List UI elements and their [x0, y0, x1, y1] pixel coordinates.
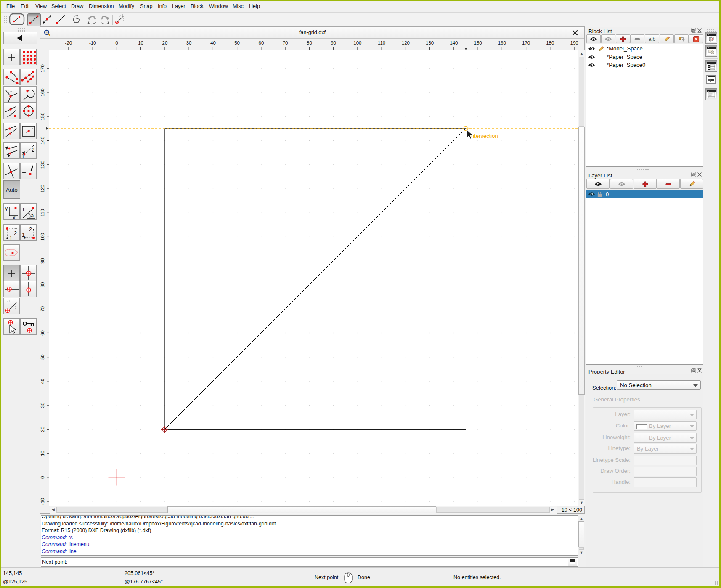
- svg-text:0: 0: [115, 40, 118, 45]
- svg-text:2: 2: [14, 230, 17, 236]
- svg-text:40: 40: [210, 40, 216, 45]
- svg-text:110: 110: [378, 40, 385, 45]
- svg-text:170: 170: [40, 64, 45, 72]
- svg-text:70: 70: [40, 306, 45, 312]
- svg-text:180: 180: [546, 40, 554, 45]
- svg-text:80: 80: [307, 40, 312, 45]
- svg-text:50: 50: [40, 354, 45, 360]
- svg-text:30: 30: [186, 40, 192, 45]
- svg-text:70: 70: [283, 40, 288, 45]
- svg-text:90: 90: [40, 258, 45, 264]
- svg-text:1: 1: [22, 232, 25, 238]
- svg-text:120: 120: [40, 185, 45, 192]
- svg-text:2: 2: [29, 226, 32, 232]
- svg-text:y: y: [5, 205, 8, 211]
- svg-text:60: 60: [259, 40, 264, 45]
- svg-text:20: 20: [162, 40, 168, 45]
- svg-text:30: 30: [40, 403, 45, 408]
- svg-text:60: 60: [40, 330, 45, 336]
- svg-text:a: a: [31, 212, 34, 219]
- svg-text:160: 160: [498, 40, 506, 45]
- svg-text:20: 20: [40, 427, 45, 432]
- svg-text:-20: -20: [65, 40, 72, 45]
- svg-text:0: 0: [40, 476, 45, 479]
- svg-text:140: 140: [40, 137, 45, 145]
- svg-text:x: x: [13, 214, 16, 219]
- svg-text:2: 2: [32, 147, 34, 153]
- svg-text:100: 100: [353, 40, 361, 45]
- svg-text:130: 130: [426, 40, 434, 45]
- svg-text:150: 150: [40, 113, 45, 121]
- svg-text:Intersection: Intersection: [470, 133, 498, 139]
- svg-text:130: 130: [40, 161, 45, 169]
- svg-text:10: 10: [40, 451, 45, 456]
- svg-text:190: 190: [570, 40, 578, 45]
- svg-text:r: r: [23, 206, 25, 212]
- svg-text:-10: -10: [40, 498, 45, 505]
- svg-text:120: 120: [402, 40, 410, 45]
- svg-text:80: 80: [40, 282, 45, 288]
- svg-text:140: 140: [450, 40, 458, 45]
- svg-text:-10: -10: [89, 40, 96, 45]
- svg-text:150: 150: [474, 40, 482, 45]
- svg-text:50: 50: [234, 40, 240, 45]
- svg-text:170: 170: [522, 40, 530, 45]
- svg-text:1: 1: [9, 235, 12, 240]
- svg-text:10: 10: [138, 40, 143, 45]
- svg-text:40: 40: [40, 379, 45, 384]
- svg-text:110: 110: [40, 209, 45, 216]
- svg-text:100: 100: [40, 233, 45, 241]
- svg-text:160: 160: [40, 88, 45, 96]
- svg-text:90: 90: [331, 40, 336, 45]
